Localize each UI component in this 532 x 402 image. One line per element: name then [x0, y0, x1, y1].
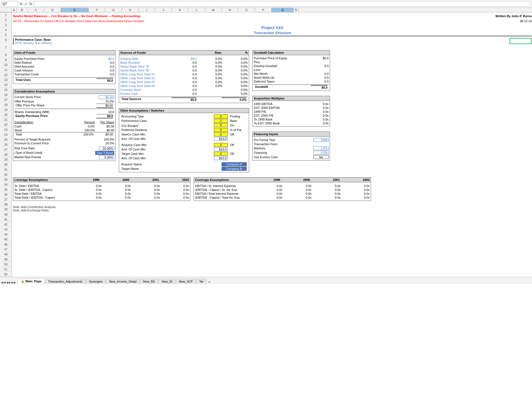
coverage-header-2000: 2000: [281, 178, 311, 182]
rn-41: 41: [0, 217, 12, 222]
performance-case-label: Performance Case: Base: [15, 38, 52, 41]
cancel-icon[interactable]: ✕: [19, 2, 23, 6]
rn-20: 20: [0, 112, 12, 117]
leverage-total-ebitda-2002: 0.0x: [160, 192, 189, 195]
fin-use-excess-cash-value[interactable]: No: [313, 155, 329, 159]
uses-debt-retired-label: Debt Retired: [14, 61, 98, 64]
main-three-col: Uses of Funds Equity Purchase Price $0,0…: [13, 50, 532, 175]
col-header-i[interactable]: I: [139, 8, 155, 12]
coverage-ebitda-capex-sr-int-2002: 0.0x: [341, 188, 370, 191]
col-header-l[interactable]: L: [188, 8, 205, 12]
coverage-header-2001: 2001: [311, 178, 341, 182]
tab-new-is[interactable]: New_IS: [158, 279, 175, 284]
tab-next-button[interactable]: ▶: [9, 281, 11, 284]
consid-equity-price-label: Equity Purchase Price: [16, 114, 96, 119]
coverage-ebitda-total-int-label: EBITDA / Total Interest Expense: [195, 192, 253, 195]
col-header-h[interactable]: H: [122, 8, 139, 12]
fin-pro-forma-year-value[interactable]: 1999: [313, 138, 329, 142]
other-perf-case-value[interactable]: 1: [214, 119, 228, 123]
col-header-r[interactable]: R: [294, 8, 299, 12]
consid-risk-free-value[interactable]: 10.00%: [99, 147, 114, 150]
other-target-name-value[interactable]: Company B: [222, 167, 247, 171]
consid-offer-price-row: Offer Price Per Share $0.00: [14, 103, 114, 109]
consid-bond-value[interactable]: 10yr T-Bond: [95, 151, 114, 155]
other-tgt-amt-cash-row: Amt. Of Cash Min. $10,0: [119, 156, 249, 160]
other-tgt-cash-value[interactable]: 0: [214, 152, 228, 156]
other-tgt-amt-value[interactable]: $10,0: [214, 156, 228, 160]
uses-cash-infusion-label: Cash Infusion: [14, 69, 98, 72]
other-acq-cash-min-row: Acquiror Cash Min. 0 Off: [119, 143, 249, 147]
col-header-n[interactable]: N: [222, 8, 238, 12]
col-header-a[interactable]: A: [12, 8, 17, 12]
other-amt-cash-value[interactable]: $10,0: [214, 137, 228, 141]
leverage-total-ebitda-capex-label: Total Debt / (EBITDA - Capex): [14, 196, 73, 199]
other-acquiror-name-value[interactable]: Company A: [222, 162, 247, 166]
col-header-c[interactable]: C: [28, 8, 44, 12]
col-header-q[interactable]: Q: [272, 8, 294, 12]
col-header-b[interactable]: B: [17, 8, 28, 12]
sources-bank-revolver-row: Bank Revolver 0.0 0.0% 0.0%: [119, 61, 249, 65]
tab-last-button[interactable]: ▶▶: [12, 281, 16, 284]
uses-total-line: Total Uses $0,0: [14, 77, 114, 83]
col-header-o[interactable]: O: [238, 8, 255, 12]
tab-ne[interactable]: Ne: [196, 279, 206, 284]
sources-excess-cash-row: Excess Cash 0.0 0.0%: [119, 92, 249, 96]
tab-transaction-adjustments-label: Transaction_Adjustments: [48, 280, 83, 283]
tab-first-button[interactable]: ◀◀: [1, 281, 6, 284]
goodwill-total-label: Goodwill: [255, 85, 311, 89]
consid-stock-price-value[interactable]: $0.00: [99, 95, 114, 99]
col-header-j[interactable]: J: [155, 8, 172, 12]
col-header-f[interactable]: F: [89, 8, 105, 12]
other-circ-breaker-label: Circ Breaker*: [121, 123, 212, 127]
rn-39: 39: [0, 207, 12, 212]
other-accounting-value[interactable]: 0: [214, 114, 228, 118]
fin-advisory-value[interactable]: 1.0%: [313, 146, 329, 150]
col-header-e[interactable]: E: [61, 8, 89, 12]
other-circ-breaker-value[interactable]: 0: [214, 123, 228, 127]
sources-header-row: Sources of Funds Rate %: [119, 50, 249, 55]
other-tgt-cash-text: Off: [230, 152, 247, 155]
sources-senior-a-value: 0.0: [171, 65, 197, 68]
goodwill-existing-goodwill-label: Existing Goodwill: [254, 64, 312, 68]
tab-main-page[interactable]: 🔒 Main_Page: [18, 278, 45, 284]
formula-input[interactable]: [34, 1, 531, 7]
col-header-m[interactable]: M: [205, 8, 222, 12]
tab-transaction-adjustments[interactable]: Transaction_Adjustments: [45, 279, 86, 284]
tab-synergies-label: Synergies: [89, 280, 103, 283]
other-newco-cash-value[interactable]: 0: [214, 132, 228, 136]
consid-premium-label: Premium to Current Price: [14, 142, 98, 145]
tab-new-bs[interactable]: New_BS: [140, 279, 158, 284]
col-header-p[interactable]: P: [255, 8, 272, 12]
rn-52: 52: [0, 272, 12, 277]
acq-mult-2000-book-value: 0.0x: [312, 122, 329, 125]
other-acq-amt-value[interactable]: $10,0: [214, 147, 228, 151]
col-header-d[interactable]: D: [44, 8, 61, 12]
other-assumptions-header: Other Assumptions / Switches: [119, 108, 249, 113]
leverage-sr-ebitda-capex-2002: 0.0x: [160, 188, 189, 191]
fin-financing-value[interactable]: 3.0%: [313, 151, 329, 155]
tab-prev-button[interactable]: ◀: [6, 281, 8, 284]
acquisition-multiples-header: Acquisition Multiples: [253, 96, 330, 101]
confirm-icon[interactable]: ✓: [24, 2, 28, 6]
tab-main-page-label: Main_Page: [25, 280, 41, 283]
sources-existing-debt-row: Existing Debt $0,0 0.0% 0.0%: [119, 57, 249, 61]
tab-synergies[interactable]: Synergies: [86, 279, 106, 284]
rn-2: 2: [0, 17, 12, 22]
add-tab-button[interactable]: +: [208, 280, 210, 284]
col-header-k[interactable]: K: [172, 8, 188, 12]
cell-reference-input[interactable]: [1, 1, 18, 7]
tab-new-income-detail[interactable]: New_Income_Detail: [106, 279, 139, 284]
rn-26: 26: [0, 142, 12, 147]
consid-pct-target-row: Percent of Target Acquired 100.0%: [13, 137, 115, 141]
other-acq-cash-value[interactable]: 0: [214, 143, 228, 147]
acq-mult-2000-book-label: To EST. 2000 Book: [254, 122, 312, 125]
col-header-g[interactable]: G: [105, 8, 122, 12]
other-pref-div-row: Preferred Dividend 0 % of Par: [119, 128, 249, 132]
coverage-row-ebitda-total-int: EBITDA / Total Interest Expense 0.0x 0.0…: [194, 192, 371, 196]
tab-bar: ◀◀ ◀ ▶ ▶▶ 🔒 Main_Page Transaction_Adjust…: [0, 277, 532, 284]
other-pref-div-value[interactable]: 0: [214, 128, 228, 132]
goodwill-total-value: $0,0: [311, 85, 328, 89]
tab-new-scf[interactable]: New_SCF: [176, 279, 196, 284]
consid-market-risk-value[interactable]: 5.00%: [99, 155, 114, 159]
sources-common-stock-value: 0.0: [171, 88, 197, 91]
